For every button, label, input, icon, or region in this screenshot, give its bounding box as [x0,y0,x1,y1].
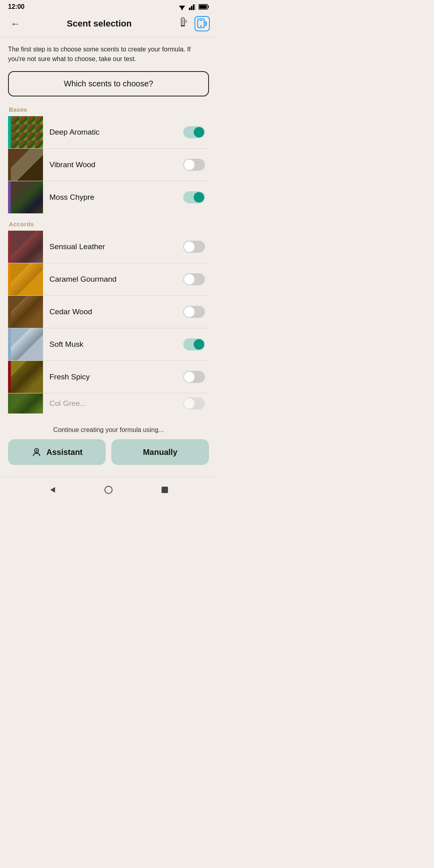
main-content: The first step is to choose some scents … [0,37,217,414]
svg-point-19 [105,486,112,493]
nav-back-button[interactable] [45,483,59,497]
svg-rect-6 [195,4,196,10]
back-button[interactable]: ← [7,16,23,31]
toggle-vibrant-wood[interactable] [183,159,205,171]
svg-point-14 [200,25,202,27]
nav-home-icon [104,485,113,494]
toggle-thumb-vibrant-wood [184,160,194,170]
color-bar-partial [8,393,11,414]
list-item: Caramel Gourmand [8,263,209,296]
status-bar: 12:00 [0,0,217,13]
toggle-deep-aromatic[interactable] [183,126,205,138]
svg-marker-18 [50,487,55,493]
accords-section-label: Accords [8,221,209,227]
svg-point-2 [181,8,183,10]
color-bar-moss-chypre [8,181,11,213]
toggle-soft-musk[interactable] [183,338,205,350]
signal-icon [189,4,196,10]
speaker-icon [197,18,207,29]
diffuser-icon [177,17,188,31]
accords-list: Sensual Leather Caramel Gourmand Cedar W… [8,231,209,414]
scent-name-moss-chypre: Moss Chypre [43,193,183,202]
image-deep-aromatic [11,116,43,148]
image-sensual-leather [11,231,43,263]
image-caramel-gourmand [11,263,43,295]
nav-back-icon [48,485,57,494]
list-item: Cedar Wood [8,296,209,328]
toggle-sensual-leather[interactable] [183,241,205,253]
color-bar-deep-aromatic [8,116,11,148]
nav-recents-button[interactable] [158,483,172,497]
status-time: 12:00 [8,3,25,10]
toggle-thumb-deep-aromatic [194,127,204,137]
scent-name-vibrant-wood: Vibrant Wood [43,160,183,169]
color-bar-caramel-gourmand [8,263,11,295]
bottom-section: Continue creating your formula using... … [0,421,217,477]
color-bar-cedar-wood [8,296,11,328]
toggle-thumb-moss-chypre [194,192,204,203]
list-item: Deep Aromatic [8,116,209,149]
toggle-partial[interactable] [183,397,205,409]
toggle-cedar-wood[interactable] [183,306,205,318]
color-bar-fresh-spicy [8,361,11,393]
scent-name-soft-musk: Soft Musk [43,340,183,349]
manually-label: Manually [143,448,178,457]
image-fresh-spicy [11,361,43,393]
scent-name-cedar-wood: Cedar Wood [43,307,183,316]
toggle-moss-chypre[interactable] [183,191,205,203]
page-title: Scent selection [23,18,175,29]
list-item: Moss Chypre [8,181,209,213]
svg-rect-20 [162,487,168,493]
description-text: The first step is to choose some scents … [8,45,209,64]
battery-icon [199,4,209,10]
color-bar-vibrant-wood [8,149,11,181]
continue-text: Continue creating your formula using... [8,426,209,434]
toggle-fresh-spicy[interactable] [183,371,205,383]
bottom-buttons: Assistant Manually [8,439,209,465]
assistant-label: Assistant [46,448,82,457]
scent-name-sensual-leather: Sensual Leather [43,242,183,251]
image-moss-chypre [11,181,43,213]
nav-bar [0,477,217,504]
color-bar-sensual-leather [8,231,11,263]
phone-icon-button[interactable] [194,16,210,31]
svg-point-17 [36,450,37,451]
nav-home-button[interactable] [102,483,115,497]
svg-rect-8 [199,5,207,9]
scent-name-fresh-spicy: Fresh Spicy [43,373,183,381]
list-item: Sensual Leather [8,231,209,263]
wifi-icon [178,4,186,10]
list-item: Col Gree... [8,393,209,414]
image-soft-musk [11,328,43,360]
svg-rect-11 [181,25,185,27]
header: ← Scent selection [0,13,217,37]
list-item: Vibrant Wood [8,149,209,181]
bases-section-label: Bases [8,106,209,113]
image-vibrant-wood [11,149,43,181]
toggle-thumb-caramel-gourmand [184,274,194,285]
svg-rect-3 [189,8,190,10]
assistant-button[interactable]: Assistant [8,439,106,465]
which-scents-button[interactable]: Which scents to choose? [8,71,209,96]
nav-recents-icon [161,486,169,494]
assistant-icon [31,446,42,458]
scent-name-caramel-gourmand: Caramel Gourmand [43,275,183,284]
color-bar-soft-musk [8,328,11,360]
toggle-caramel-gourmand[interactable] [183,273,205,285]
scent-name-deep-aromatic: Deep Aromatic [43,128,183,137]
toggle-thumb-fresh-spicy [184,372,194,382]
list-item: Soft Musk [8,328,209,361]
toggle-thumb-partial [184,398,194,409]
toggle-thumb-soft-musk [194,339,204,350]
bases-list: Deep Aromatic Vibrant Wood Moss Chypre [8,116,209,213]
scent-name-partial: Col Gree... [43,399,183,408]
manually-button[interactable]: Manually [111,439,209,465]
image-partial [11,393,43,414]
toggle-thumb-sensual-leather [184,242,194,252]
svg-rect-5 [193,4,194,10]
status-icons [178,4,209,10]
device-icon-button[interactable] [175,16,190,31]
svg-rect-9 [208,6,209,8]
svg-rect-4 [191,6,192,10]
image-cedar-wood [11,296,43,328]
